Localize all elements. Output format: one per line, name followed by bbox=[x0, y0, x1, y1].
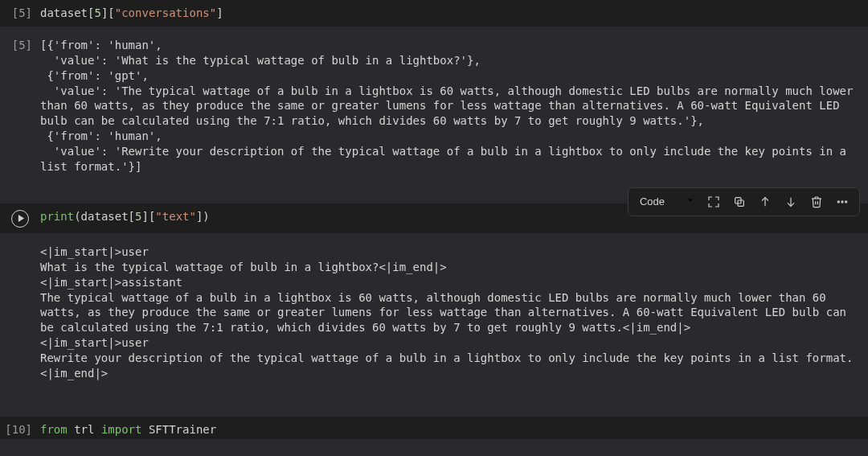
chevron-down-icon bbox=[686, 195, 695, 209]
execution-count: [5] bbox=[0, 6, 40, 21]
code-input-row[interactable]: [10] from trl import SFTTrainer bbox=[0, 417, 868, 439]
execution-count: [10] bbox=[0, 422, 40, 438]
more-icon[interactable] bbox=[830, 190, 854, 214]
code-source[interactable]: dataset[5]["conversations"] bbox=[40, 6, 868, 21]
svg-point-6 bbox=[845, 201, 847, 203]
copy-icon[interactable] bbox=[727, 190, 751, 214]
delete-icon[interactable] bbox=[805, 190, 829, 214]
output-text: <|im_start|>user What is the typical wat… bbox=[40, 244, 868, 381]
collapse-icon[interactable] bbox=[702, 190, 726, 214]
cell-output: <|im_start|>user What is the typical wat… bbox=[0, 233, 868, 394]
run-cell-button[interactable] bbox=[11, 210, 29, 228]
notebook-cell: Code bbox=[0, 203, 868, 394]
output-text: [{'from': 'human', 'value': 'What is the… bbox=[40, 38, 868, 175]
notebook-cell: [5] dataset[5]["conversations"] [5] [{'f… bbox=[0, 0, 868, 187]
code-input-row[interactable]: [5] dataset[5]["conversations"] bbox=[0, 0, 868, 27]
cell-toolbar: Code bbox=[628, 187, 860, 216]
cell-type-label: Code bbox=[640, 195, 665, 209]
svg-marker-7 bbox=[18, 215, 23, 222]
cell-output: [5] [{'from': 'human', 'value': 'What is… bbox=[0, 27, 868, 187]
cell-type-select[interactable]: Code bbox=[633, 193, 700, 211]
svg-point-5 bbox=[841, 201, 843, 203]
move-down-icon[interactable] bbox=[779, 190, 803, 214]
output-count: [5] bbox=[0, 38, 40, 53]
run-gutter bbox=[0, 209, 40, 228]
move-up-icon[interactable] bbox=[753, 190, 777, 214]
svg-point-4 bbox=[837, 201, 839, 203]
notebook-cell: [10] from trl import SFTTrainer bbox=[0, 417, 868, 439]
code-source[interactable]: from trl import SFTTrainer bbox=[40, 422, 868, 438]
